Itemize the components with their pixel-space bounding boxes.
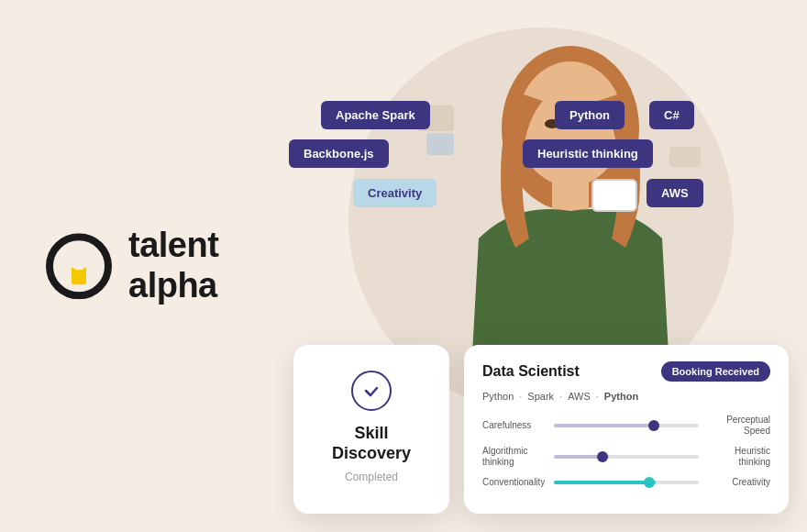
skill-pill-aws: AWS [568, 391, 599, 402]
skill-tag-empty [591, 179, 637, 212]
brand-name: talent alpha [128, 226, 218, 305]
trait-left-algorithmic: Algorithmic thinking [482, 446, 547, 468]
trait-row-carefulness: Carefulness Perceptual Speed [482, 415, 770, 437]
skill-pill-python: Python [482, 391, 522, 402]
booking-badge: Booking Received [661, 361, 770, 382]
skill-tag-csharp: C# [649, 101, 694, 129]
right-content-area: Apache Spark Python C# Backbone.js Heuri… [275, 0, 807, 532]
skill-tag-python: Python [555, 101, 625, 129]
skill-tag-backbone: Backbone.js [289, 139, 389, 168]
cards-area: Skill Discovery Completed Data Scientist… [293, 345, 789, 514]
skill-tag-heuristic: Heuristic thinking [523, 139, 653, 168]
card-title: Data Scientist [482, 363, 580, 380]
check-circle [351, 371, 392, 411]
trait-row-algorithmic: Algorithmic thinking Heuristic thinking [482, 446, 770, 468]
skill-discovery-subtitle: Completed [345, 471, 398, 483]
trait-right-creativity: Creativity [706, 477, 770, 488]
logo-icon [46, 233, 112, 299]
skill-tags-container: Apache Spark Python C# Backbone.js Heuri… [275, 0, 807, 319]
slider-algorithmic [554, 455, 699, 459]
skill-pill-spark: Spark [527, 391, 562, 402]
skill-tag-creativity: Creativity [353, 179, 437, 207]
skill-tag-aws: AWS [647, 179, 703, 207]
skill-tag-apache-spark: Apache Spark [321, 101, 430, 129]
data-scientist-card: Data Scientist Booking Received Python S… [464, 345, 789, 514]
skill-pills: Python Spark AWS Python [482, 391, 770, 402]
card-header: Data Scientist Booking Received [482, 361, 770, 382]
trait-right-heuristic: Heuristic thinking [706, 446, 770, 468]
trait-left-carefulness: Carefulness [482, 420, 547, 431]
trait-row-conventionality: Conventionality Creativity [482, 477, 770, 488]
logo-area: talent alpha [46, 226, 218, 305]
svg-point-2 [70, 251, 88, 270]
trait-right-perceptual: Perceptual Speed [706, 415, 770, 437]
skill-discovery-title: Skill Discovery [332, 424, 411, 463]
skill-pill-python2: Python [604, 391, 638, 402]
skill-discovery-card: Skill Discovery Completed [293, 345, 449, 514]
slider-carefulness [554, 424, 699, 427]
slider-conventionality [554, 481, 699, 484]
trait-left-conventionality: Conventionality [482, 477, 547, 488]
